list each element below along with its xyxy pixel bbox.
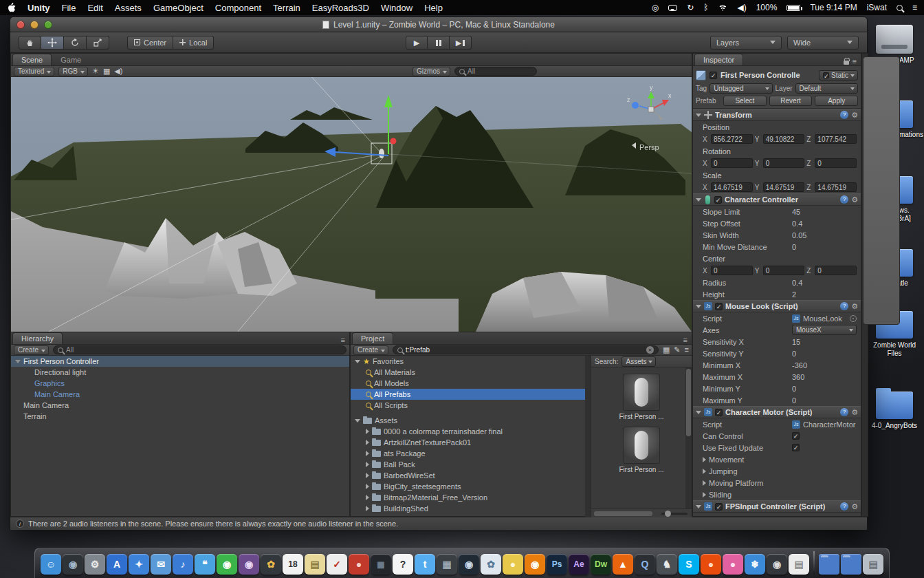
gear-icon[interactable]: ⚙ (851, 303, 858, 310)
pan-tool-button[interactable] (19, 36, 41, 50)
component-enabled-checkbox[interactable] (715, 303, 723, 310)
dock-icon-documents-folder[interactable] (819, 554, 839, 575)
dock-icon-app-store[interactable]: A (107, 554, 127, 575)
gameobject-name-field[interactable]: First Person Controlle (720, 71, 815, 79)
zoom-button[interactable] (44, 21, 52, 29)
dock-icon-steam[interactable]: ◉ (459, 554, 479, 575)
position-z-field[interactable]: 1077.542 (815, 134, 857, 144)
menu-help[interactable]: Help (424, 3, 443, 13)
foldout-row[interactable]: Movement (693, 453, 861, 465)
property-row[interactable]: Min Move Distance0 (693, 241, 861, 253)
toggle-row[interactable]: Can Control (693, 430, 861, 442)
dock-icon-utility[interactable]: ◼ (371, 554, 391, 575)
status-bar[interactable]: There are 2 audio listeners in the scene… (10, 517, 867, 530)
close-button[interactable] (16, 21, 25, 29)
foldout-row[interactable]: Jumping (693, 465, 861, 477)
project-folder[interactable]: BarbedWireSet (351, 470, 591, 481)
property-row[interactable]: Sensitivity X15 (693, 336, 861, 347)
hierarchy-item[interactable]: Main Camera (11, 389, 349, 400)
hierarchy-item[interactable]: Terrain (11, 411, 349, 422)
render-mode-dropdown[interactable]: RGB (58, 67, 88, 76)
horizontal-scrollbar[interactable] (594, 511, 652, 516)
desktop-icon-angrybots[interactable]: 4-0_AngryBots (865, 392, 924, 430)
scale-x-field[interactable]: 14.67519 (711, 182, 753, 192)
volume-icon[interactable]: ◀) (737, 3, 746, 12)
asset-item[interactable]: First Person ... (591, 427, 692, 473)
search-by-label-icon[interactable]: ✎ (674, 346, 680, 354)
property-row[interactable]: Minimum X-360 (693, 359, 861, 371)
menu-easyroads[interactable]: EasyRoads3D (312, 3, 369, 13)
prefab-apply-button[interactable]: Apply (815, 96, 858, 106)
dock-icon-finder[interactable]: ☺ (41, 554, 61, 575)
tab-project[interactable]: Project (352, 332, 393, 344)
scene-audio-icon[interactable]: ◀) (114, 67, 122, 75)
play-button[interactable]: ▶ (406, 36, 428, 50)
battery-percent[interactable]: 100% (756, 3, 778, 12)
project-folder[interactable]: 0000 a colormap terrainshader final (351, 426, 591, 437)
layers-dropdown[interactable]: Layers (710, 36, 782, 50)
project-folder[interactable]: BigCity_steetsegments (351, 481, 591, 492)
property-row[interactable]: Radius0.4 (693, 277, 861, 288)
dock-icon-facetime[interactable]: ◉ (217, 554, 237, 575)
foldout-icon[interactable] (696, 411, 701, 414)
scale-z-field[interactable]: 14.67519 (815, 182, 857, 192)
active-checkbox[interactable] (710, 72, 717, 79)
bluetooth-icon[interactable]: ᛒ (703, 3, 708, 12)
step-button[interactable]: ▶ (450, 36, 472, 50)
dock-icon-pink-app[interactable]: ● (723, 554, 743, 575)
dock-icon-stickies[interactable]: ● (503, 554, 523, 575)
gear-icon[interactable]: ⚙ (851, 409, 858, 416)
inspector-scrollbar[interactable] (861, 53, 868, 517)
prefab-revert-button[interactable]: Revert (769, 96, 813, 106)
project-create-dropdown[interactable]: Create (353, 345, 388, 355)
property-row[interactable]: Sensitivity Y0 (693, 347, 861, 359)
property-row[interactable]: Slope Limit45 (693, 206, 861, 217)
scene-lighting-icon[interactable]: ☀ (92, 67, 99, 75)
favorite-item[interactable]: All Scripts (351, 400, 591, 411)
tab-inspector[interactable]: Inspector (694, 54, 743, 65)
menu-app-name[interactable]: Unity (28, 3, 50, 13)
foldout-icon[interactable] (15, 360, 21, 363)
rotation-y-field[interactable]: 0 (763, 158, 805, 168)
dock-icon-itunes[interactable]: ♪ (173, 554, 193, 575)
dock-icon-notes[interactable]: ▤ (305, 554, 325, 575)
fps-input-controller-header[interactable]: FPSInput Controller (Script) ⚙ (693, 500, 861, 513)
perspective-label[interactable]: Persp (639, 143, 659, 151)
script-row[interactable]: Script CharacterMotor (693, 418, 861, 430)
dock-icon-after-effects[interactable]: Ae (569, 554, 589, 575)
move-tool-button[interactable] (41, 36, 64, 50)
property-row[interactable]: Minimum Y0 (693, 383, 861, 394)
hierarchy-item[interactable]: Directional light (11, 367, 349, 378)
menubar-clock[interactable]: Tue 9:14 PM (810, 3, 857, 12)
dock-icon-toast[interactable]: ● (701, 554, 721, 575)
dock-icon-help[interactable]: ? (393, 554, 413, 575)
favorite-item[interactable]: All Models (351, 378, 591, 389)
dock-icon-dreamweaver[interactable]: Dw (591, 554, 611, 575)
notification-center-icon[interactable]: ≡ (912, 3, 917, 12)
property-row[interactable]: Skin Width0.05 (693, 229, 861, 241)
script-row[interactable]: Script MouseLook (693, 312, 861, 324)
component-enabled-checkbox[interactable] (715, 503, 723, 511)
minimize-button[interactable] (30, 21, 38, 29)
dock-icon-calendar[interactable]: 18 (283, 554, 303, 575)
asset-item[interactable]: First Person ... (591, 374, 692, 420)
dock-icon-trash[interactable]: ▤ (863, 554, 883, 575)
dock-icon-snowflake[interactable]: ❄ (745, 554, 765, 575)
hierarchy-item[interactable]: Graphics (11, 378, 349, 389)
panel-options-icon[interactable]: ≡ (685, 346, 689, 354)
favorite-item[interactable]: All Prefabs (351, 389, 591, 400)
dock-icon-textedit[interactable]: ▤ (789, 554, 809, 575)
favorites-header[interactable]: ★Favorites (351, 356, 591, 367)
thumbnail-zoom-slider[interactable] (661, 513, 688, 515)
transform-component-header[interactable]: Transform ⚙ (693, 109, 861, 121)
draw-mode-dropdown[interactable]: Textured (14, 67, 54, 76)
property-row[interactable]: Step Offset0.4 (693, 217, 861, 229)
gear-icon[interactable]: ⚙ (851, 196, 858, 204)
panel-menu-icon[interactable]: ≡ (341, 336, 345, 344)
menu-file[interactable]: File (62, 3, 76, 13)
panel-menu-icon[interactable]: ≡ (852, 57, 857, 65)
help-icon[interactable] (840, 408, 848, 416)
layout-dropdown[interactable]: Wide (787, 36, 859, 50)
rotation-z-field[interactable]: 0 (815, 158, 857, 168)
help-icon[interactable] (840, 502, 848, 511)
